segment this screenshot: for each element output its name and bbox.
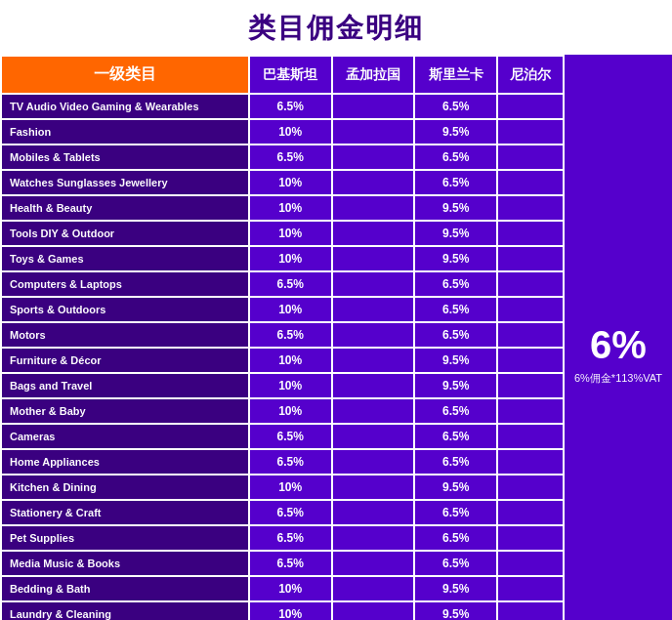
value-cell <box>332 424 415 449</box>
category-cell: Fashion <box>1 119 249 145</box>
table-row: TV Audio Video Gaming & Wearables6.5%6.5… <box>1 94 564 119</box>
value-cell: 6.5% <box>414 297 497 322</box>
table-row: Cameras6.5%6.5% <box>1 424 564 449</box>
page-wrapper: 类目佣金明细 一级类目 巴基斯坦 孟加拉国 斯里兰卡 尼泊尔 TV Audio … <box>0 0 672 620</box>
value-cell: 9.5% <box>414 119 497 145</box>
value-cell <box>497 576 564 601</box>
category-cell: TV Audio Video Gaming & Wearables <box>1 94 249 119</box>
table-row: Fashion10%9.5% <box>1 119 564 145</box>
value-cell <box>332 348 415 373</box>
table-row: Computers & Laptops6.5%6.5% <box>1 271 564 297</box>
header-col5: 尼泊尔 <box>497 56 564 94</box>
value-cell <box>332 551 415 576</box>
table-row: Mobiles & Tablets6.5%6.5% <box>1 145 564 170</box>
value-cell <box>332 322 415 348</box>
value-cell: 10% <box>249 576 332 601</box>
value-cell <box>332 145 415 170</box>
value-cell <box>497 221 564 246</box>
value-cell <box>497 373 564 398</box>
value-cell: 6.5% <box>414 322 497 348</box>
value-cell <box>497 145 564 170</box>
value-cell <box>332 449 415 475</box>
category-cell: Cameras <box>1 424 249 449</box>
value-cell: 6.5% <box>414 398 497 424</box>
value-cell: 9.5% <box>414 221 497 246</box>
table-row: Health & Beauty10%9.5% <box>1 195 564 221</box>
table-row: Laundry & Cleaning10%9.5% <box>1 601 564 620</box>
page-title: 类目佣金明细 <box>0 10 672 47</box>
value-cell: 6.5% <box>249 551 332 576</box>
value-cell <box>497 525 564 551</box>
value-cell <box>497 246 564 271</box>
value-cell <box>332 297 415 322</box>
commission-table: 一级类目 巴基斯坦 孟加拉国 斯里兰卡 尼泊尔 TV Audio Video G… <box>0 55 565 620</box>
value-cell <box>497 297 564 322</box>
value-cell: 6.5% <box>414 170 497 195</box>
category-cell: Kitchen & Dining <box>1 475 249 500</box>
value-cell <box>497 475 564 500</box>
value-cell <box>497 322 564 348</box>
side-note-desc: 6%佣金*113%VAT <box>574 371 662 386</box>
table-row: Furniture & Décor10%9.5% <box>1 348 564 373</box>
value-cell <box>332 119 415 145</box>
value-cell <box>332 500 415 525</box>
category-cell: Home Appliances <box>1 449 249 475</box>
value-cell <box>332 525 415 551</box>
table-row: Toys & Games10%9.5% <box>1 246 564 271</box>
value-cell: 10% <box>249 170 332 195</box>
value-cell: 9.5% <box>414 373 497 398</box>
value-cell <box>332 221 415 246</box>
category-cell: Mobiles & Tablets <box>1 145 249 170</box>
value-cell <box>497 170 564 195</box>
table-row: Stationery & Craft6.5%6.5% <box>1 500 564 525</box>
category-cell: Health & Beauty <box>1 195 249 221</box>
table-header-row: 一级类目 巴基斯坦 孟加拉国 斯里兰卡 尼泊尔 <box>1 56 564 94</box>
table-row: Mother & Baby10%6.5% <box>1 398 564 424</box>
value-cell: 9.5% <box>414 475 497 500</box>
value-cell: 6.5% <box>414 500 497 525</box>
value-cell <box>497 398 564 424</box>
value-cell: 9.5% <box>414 348 497 373</box>
category-cell: Motors <box>1 322 249 348</box>
value-cell: 6.5% <box>249 500 332 525</box>
value-cell <box>332 94 415 119</box>
value-cell: 10% <box>249 297 332 322</box>
value-cell <box>332 195 415 221</box>
value-cell <box>497 424 564 449</box>
value-cell: 6.5% <box>249 94 332 119</box>
table-row: Watches Sunglasses Jewellery10%6.5% <box>1 170 564 195</box>
value-cell: 9.5% <box>414 601 497 620</box>
table-row: Sports & Outdoors10%6.5% <box>1 297 564 322</box>
value-cell: 9.5% <box>414 246 497 271</box>
table-row: Bags and Travel10%9.5% <box>1 373 564 398</box>
category-cell: Stationery & Craft <box>1 500 249 525</box>
value-cell: 6.5% <box>249 449 332 475</box>
value-cell: 10% <box>249 246 332 271</box>
table-row: Pet Supplies6.5%6.5% <box>1 525 564 551</box>
category-cell: Bags and Travel <box>1 373 249 398</box>
value-cell <box>497 94 564 119</box>
table-row: Kitchen & Dining10%9.5% <box>1 475 564 500</box>
value-cell: 10% <box>249 475 332 500</box>
value-cell <box>332 475 415 500</box>
value-cell <box>332 170 415 195</box>
value-cell: 10% <box>249 119 332 145</box>
value-cell: 6.5% <box>249 424 332 449</box>
value-cell: 10% <box>249 398 332 424</box>
table-container: 一级类目 巴基斯坦 孟加拉国 斯里兰卡 尼泊尔 TV Audio Video G… <box>0 55 672 620</box>
category-cell: Bedding & Bath <box>1 576 249 601</box>
value-cell: 6.5% <box>249 271 332 297</box>
table-row: Bedding & Bath10%9.5% <box>1 576 564 601</box>
value-cell: 6.5% <box>249 525 332 551</box>
header-col1: 一级类目 <box>1 56 249 94</box>
category-cell: Laundry & Cleaning <box>1 601 249 620</box>
value-cell: 6.5% <box>414 525 497 551</box>
value-cell <box>497 195 564 221</box>
value-cell: 6.5% <box>414 271 497 297</box>
value-cell <box>332 373 415 398</box>
value-cell: 6.5% <box>414 424 497 449</box>
value-cell: 10% <box>249 195 332 221</box>
value-cell <box>497 551 564 576</box>
value-cell <box>332 398 415 424</box>
table-row: Home Appliances6.5%6.5% <box>1 449 564 475</box>
